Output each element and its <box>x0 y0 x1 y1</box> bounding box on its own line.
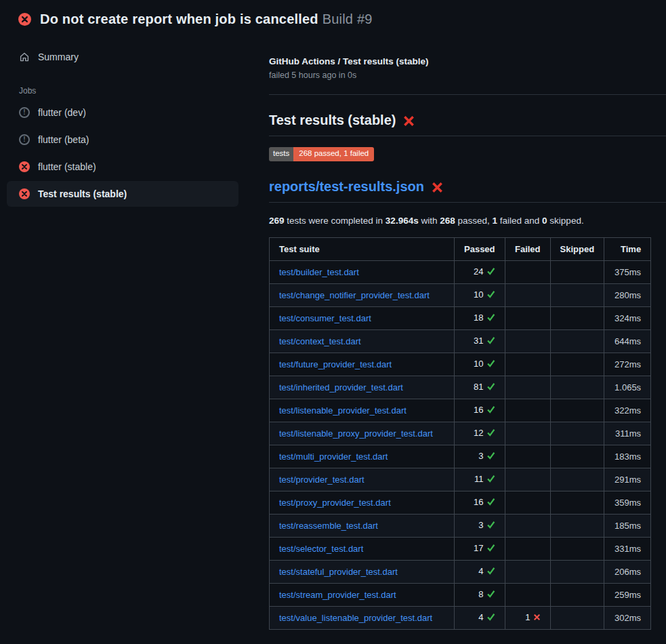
table-row: test/provider_test.dart11291ms <box>270 468 651 491</box>
failed-cell <box>505 514 550 537</box>
failed-cell <box>505 422 550 445</box>
check-icon <box>486 313 495 323</box>
test-suite-link[interactable]: test/value_listenable_provider_test.dart <box>279 613 432 623</box>
passed-cell: 4 <box>455 606 505 629</box>
skipped-cell <box>550 514 604 537</box>
test-suite-link[interactable]: test/listenable_proxy_provider_test.dart <box>279 428 433 439</box>
summary-total: 269 <box>269 216 285 226</box>
test-suite-link[interactable]: test/multi_provider_test.dart <box>279 451 388 462</box>
section-heading: Test results (stable) <box>269 113 666 136</box>
check-icon <box>486 475 495 485</box>
test-suite-cell: test/reassemble_test.dart <box>270 514 455 537</box>
skipped-cell <box>550 491 604 514</box>
failed-cell <box>505 468 550 491</box>
skipped-cell <box>550 560 604 583</box>
table-header-row: Test suite Passed Failed Skipped Time <box>270 237 651 260</box>
test-suite-link[interactable]: test/stateful_provider_test.dart <box>279 567 398 577</box>
skipped-cell <box>550 468 604 491</box>
page-header: Do not create report when job is cancell… <box>0 0 666 36</box>
test-suite-link[interactable]: test/builder_test.dart <box>279 267 359 277</box>
summary-text: 269 tests were completed in 32.964s with… <box>269 216 666 226</box>
failed-cell: 1 <box>505 606 550 629</box>
test-suite-link[interactable]: test/reassemble_test.dart <box>279 521 378 531</box>
failed-cell <box>505 376 550 399</box>
check-icon <box>486 290 495 300</box>
test-results-table: Test suite Passed Failed Skipped Time te… <box>269 237 651 630</box>
table-row: test/listenable_proxy_provider_test.dart… <box>270 422 651 445</box>
sidebar-item-summary[interactable]: Summary <box>7 44 238 70</box>
time-cell: 183ms <box>604 445 651 468</box>
test-suite-link[interactable]: test/listenable_provider_test.dart <box>279 405 407 416</box>
test-suite-link[interactable]: test/consumer_test.dart <box>279 313 371 323</box>
time-cell: 311ms <box>604 422 651 445</box>
test-suite-cell: test/stream_provider_test.dart <box>270 583 455 606</box>
test-suite-link[interactable]: test/selector_test.dart <box>279 544 363 554</box>
test-suite-link[interactable]: test/provider_test.dart <box>279 475 365 485</box>
skipped-cell <box>550 376 604 399</box>
passed-cell: 16 <box>455 491 505 514</box>
passed-cell: 3 <box>455 445 505 468</box>
test-suite-link[interactable]: test/context_test.dart <box>279 336 361 346</box>
col-failed: Failed <box>505 237 550 260</box>
job-status-meta: failed 5 hours ago in 0s <box>269 71 666 80</box>
home-icon <box>19 52 30 62</box>
table-row: test/future_provider_test.dart10272ms <box>270 353 651 376</box>
skipped-cell <box>550 283 604 306</box>
sidebar-job-item[interactable]: Test results (stable) <box>7 181 238 207</box>
time-cell: 291ms <box>604 468 651 491</box>
col-time: Time <box>604 237 651 260</box>
test-suite-link[interactable]: test/proxy_provider_test.dart <box>279 498 391 508</box>
time-cell: 375ms <box>604 260 651 283</box>
check-icon <box>486 521 495 531</box>
report-file-link[interactable]: reports/test-results.json <box>269 179 424 195</box>
check-icon <box>486 382 495 393</box>
page-title: Do not create report when job is cancell… <box>40 12 373 27</box>
table-row: test/consumer_test.dart18324ms <box>270 306 651 329</box>
col-skipped: Skipped <box>550 237 604 260</box>
failed-cell <box>505 445 550 468</box>
failed-cell <box>505 260 550 283</box>
sidebar-job-item[interactable]: !flutter (dev) <box>7 100 238 125</box>
passed-cell: 16 <box>455 399 505 422</box>
job-label: flutter (beta) <box>38 134 89 145</box>
breadcrumb: GitHub Actions / Test results (stable) <box>269 56 666 66</box>
check-icon <box>486 590 495 600</box>
job-label: Test results (stable) <box>38 188 127 199</box>
test-suite-cell: test/provider_test.dart <box>270 468 455 491</box>
time-cell: 331ms <box>604 537 651 560</box>
time-cell: 322ms <box>604 399 651 422</box>
table-row: test/proxy_provider_test.dart16359ms <box>270 491 651 514</box>
report-failed-x-icon <box>432 182 443 193</box>
cancelled-status-icon: ! <box>19 107 30 118</box>
skipped-cell <box>550 329 604 353</box>
header-divider <box>269 94 666 95</box>
table-row: test/multi_provider_test.dart3183ms <box>270 445 651 468</box>
test-suite-link[interactable]: test/future_provider_test.dart <box>279 359 392 369</box>
passed-cell: 4 <box>455 560 505 583</box>
skipped-cell <box>550 445 604 468</box>
failed-x-icon <box>403 115 415 127</box>
test-suite-link[interactable]: test/stream_provider_test.dart <box>279 590 396 600</box>
tests-badge-label: tests <box>269 147 293 161</box>
failed-cell <box>505 329 550 353</box>
test-suite-cell: test/context_test.dart <box>270 329 455 353</box>
section-heading-text: Test results (stable) <box>269 113 396 128</box>
job-label: flutter (dev) <box>38 107 86 118</box>
passed-cell: 81 <box>455 376 505 399</box>
passed-cell: 18 <box>455 306 505 329</box>
passed-cell: 3 <box>455 514 505 537</box>
passed-cell: 11 <box>455 468 505 491</box>
sidebar-job-item[interactable]: !flutter (beta) <box>7 127 238 153</box>
skipped-cell <box>550 537 604 560</box>
test-suite-cell: test/value_listenable_provider_test.dart <box>270 606 455 629</box>
cross-icon <box>533 613 541 623</box>
test-suite-link[interactable]: test/change_notifier_provider_test.dart <box>279 290 430 300</box>
passed-cell: 17 <box>455 537 505 560</box>
sidebar-job-item[interactable]: flutter (stable) <box>7 154 238 180</box>
summary-failed: 1 <box>493 216 498 226</box>
skipped-cell <box>550 260 604 283</box>
time-cell: 302ms <box>604 606 651 629</box>
test-suite-link[interactable]: test/inherited_provider_test.dart <box>279 382 403 393</box>
check-icon <box>486 405 495 416</box>
cancelled-status-icon: ! <box>19 134 30 145</box>
